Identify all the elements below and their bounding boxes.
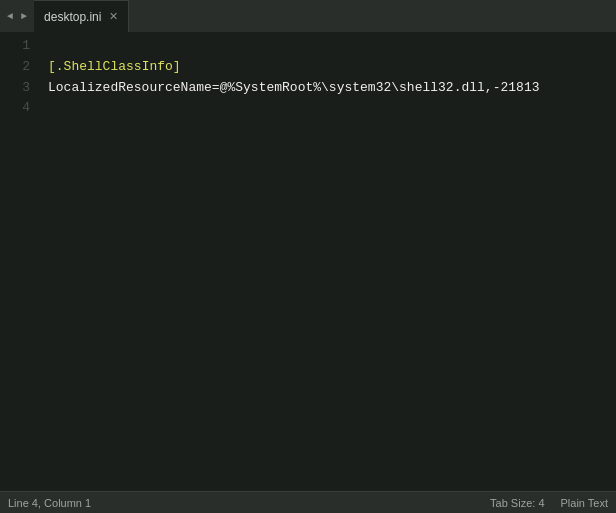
- tab-filename: desktop.ini: [44, 10, 101, 24]
- tab-bar: ◄ ► desktop.ini ✕: [0, 0, 616, 32]
- scrollbar[interactable]: [604, 32, 616, 491]
- language-mode[interactable]: Plain Text: [561, 497, 609, 509]
- code-content[interactable]: [.ShellClassInfo]LocalizedResourceName=@…: [40, 32, 604, 491]
- line-numbers: 1 2 3 4: [0, 32, 40, 491]
- nav-right-icon[interactable]: ►: [18, 9, 30, 24]
- editor-area: 1 2 3 4 [.ShellClassInfo]LocalizedResour…: [0, 32, 616, 491]
- bracket-open: [: [48, 59, 56, 74]
- line-number-4: 4: [6, 98, 30, 119]
- status-right: Tab Size: 4 Plain Text: [490, 497, 608, 509]
- line-number-1: 1: [6, 36, 30, 57]
- file-tab[interactable]: desktop.ini ✕: [34, 0, 129, 32]
- cursor-position: Line 4, Column 1: [8, 497, 91, 509]
- tab-nav: ◄ ►: [0, 9, 34, 24]
- line-number-2: 2: [6, 57, 30, 78]
- nav-left-icon[interactable]: ◄: [4, 9, 16, 24]
- status-bar: Line 4, Column 1 Tab Size: 4 Plain Text: [0, 491, 616, 513]
- code-line-3: LocalizedResourceName=@%SystemRoot%\syst…: [48, 78, 596, 99]
- line-number-3: 3: [6, 78, 30, 99]
- status-left: Line 4, Column 1: [8, 497, 91, 509]
- code-line-1: [48, 36, 596, 57]
- bracket-close: ]: [173, 59, 181, 74]
- code-line-4: [48, 98, 596, 119]
- section-name: .ShellClassInfo: [56, 59, 173, 74]
- tab-size-label[interactable]: Tab Size: 4: [490, 497, 544, 509]
- key-value-pair: LocalizedResourceName=@%SystemRoot%\syst…: [48, 80, 539, 95]
- tab-close-button[interactable]: ✕: [109, 11, 118, 22]
- code-line-2: [.ShellClassInfo]: [48, 57, 596, 78]
